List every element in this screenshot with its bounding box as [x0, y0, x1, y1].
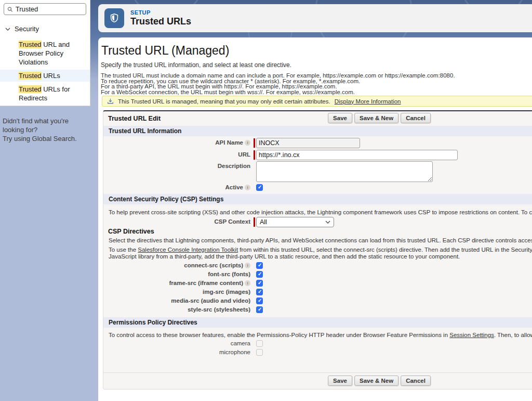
frame-src-label: frame-src (iframe content)	[169, 280, 243, 286]
search-term-highlight: Trusted	[19, 85, 42, 93]
managed-info-icon	[107, 98, 114, 105]
panel-footer: Save Save & New Cancel	[103, 372, 532, 389]
media-src-checkbox[interactable]	[256, 297, 263, 304]
description-label: Description	[218, 163, 250, 169]
active-label: Active	[225, 184, 243, 190]
sidebar-nav-list: Trusted URL and Browser Policy Violation…	[0, 38, 90, 104]
help-info-icon[interactable]	[245, 185, 250, 190]
microphone-checkbox[interactable]	[256, 349, 263, 356]
connect-src-row: connect-src (scripts)	[103, 262, 532, 269]
url-field[interactable]	[256, 150, 458, 160]
section-csp-settings: Content Security Policy (CSP) Settings	[103, 194, 532, 204]
bottom-button-row: Save Save & New Cancel	[328, 376, 431, 386]
csp-directives-intro: Select the directives that Lightning com…	[103, 237, 532, 243]
csp-context-label: CSP Context	[215, 218, 250, 225]
content-title: Trusted URL (Managed)	[101, 44, 532, 57]
save-and-new-button[interactable]: Save & New	[354, 113, 398, 123]
sidebar-item-trusted-urls[interactable]: Trusted URLs	[0, 70, 90, 82]
quick-find-input[interactable]	[16, 5, 83, 13]
img-src-checkbox[interactable]	[256, 289, 263, 295]
setup-page-header: SETUP Trusted URLs	[98, 4, 532, 32]
sidebar-item-trusted-urls-redirects[interactable]: Trusted URLs for Redirects	[0, 83, 90, 104]
font-src-label: font-src (fonts)	[208, 271, 250, 277]
camera-checkbox[interactable]	[256, 340, 263, 347]
console-integration-toolkit-link[interactable]: Salesforce Console Integration Toolkit	[138, 247, 238, 253]
csp-directives-heading: CSP Directives	[103, 228, 532, 235]
required-indicator	[254, 217, 255, 227]
api-name-row: API Name	[103, 138, 532, 148]
media-src-row: media-src (audio and video)	[103, 297, 532, 304]
setup-sidebar: Security Trusted URL and Browser Policy …	[0, 0, 90, 106]
style-src-label: style-src (stylesheets)	[188, 306, 250, 313]
url-label: URL	[238, 151, 250, 158]
quick-find-box[interactable]	[4, 3, 86, 15]
connect-src-label: connect-src (scripts)	[184, 262, 243, 268]
sidebar-section-label: Security	[15, 25, 39, 33]
toolkit-paragraph: To use the Salesforce Console Integratio…	[103, 247, 532, 260]
url-row: URL	[103, 150, 532, 160]
csp-context-select[interactable]: All	[256, 217, 334, 227]
description-field[interactable]	[256, 161, 433, 182]
font-src-row: font-src (fonts)	[103, 271, 532, 278]
sidebar-footer: Didn't find what you're looking for? Try…	[0, 117, 90, 143]
display-more-information-link[interactable]: Display More Information	[335, 98, 401, 105]
section-trusted-url-information: Trusted URL Information	[103, 126, 532, 136]
rule-line: For a third-party API, the URL must begi…	[101, 84, 532, 89]
intro-text: Specify the trusted URL information, and…	[101, 61, 532, 69]
rule-line: For a WebSocket connection, the URL must…	[101, 89, 532, 95]
section-permissions-policy: Permissions Policy Directives	[103, 317, 532, 328]
toolkit-line1: To use the Salesforce Console Integratio…	[109, 247, 532, 253]
search-icon	[7, 6, 13, 12]
session-settings-link[interactable]: Session Settings	[449, 332, 494, 338]
header-text-block: SETUP Trusted URLs	[130, 9, 191, 27]
permissions-intro-text: To control access to these browser featu…	[103, 332, 532, 338]
save-and-new-button[interactable]: Save & New	[354, 376, 398, 386]
search-term-highlight: Trusted	[19, 72, 42, 80]
camera-row: camera	[103, 340, 532, 347]
chevron-down-icon	[5, 28, 10, 31]
save-button[interactable]: Save	[328, 113, 352, 123]
img-src-row: img-src (images)	[103, 289, 532, 295]
managed-info-banner: This Trusted URL is managed, meaning tha…	[102, 96, 532, 107]
style-src-checkbox[interactable]	[256, 306, 263, 313]
help-info-icon[interactable]	[245, 280, 250, 286]
trusted-url-edit-panel: Trusted URL Edit Save Save & New Cancel …	[103, 110, 532, 390]
csp-intro-text: To help prevent cross-site scripting (XS…	[103, 209, 532, 215]
frame-src-row: frame-src (iframe content)	[103, 280, 532, 287]
cancel-button[interactable]: Cancel	[401, 376, 431, 386]
toolkit-line2: JavaScript library from a third-party, a…	[109, 253, 532, 260]
panel-title: Trusted URL Edit	[108, 115, 161, 122]
sidebar-footer-line2: Try using Global Search.	[3, 134, 90, 143]
cancel-button[interactable]: Cancel	[401, 113, 431, 123]
required-indicator	[254, 150, 255, 160]
connect-src-checkbox[interactable]	[256, 262, 263, 269]
help-info-icon[interactable]	[245, 263, 250, 268]
sidebar-item-trusted-url-browser-policy[interactable]: Trusted URL and Browser Policy Violation…	[0, 38, 90, 68]
frame-src-checkbox[interactable]	[256, 280, 263, 287]
main-content-card: Trusted URL (Managed) Specify the truste…	[98, 37, 532, 401]
active-checkbox[interactable]	[256, 184, 263, 191]
trusted-urls-shield-icon	[104, 8, 124, 28]
api-name-field[interactable]	[256, 138, 360, 148]
required-indicator	[254, 138, 255, 148]
select-chevron-icon	[325, 221, 330, 224]
sidebar-item-label: URLs	[42, 72, 60, 80]
url-rules-text: The trusted URL must include a domain na…	[101, 73, 532, 95]
page-title: Trusted URLs	[130, 16, 191, 27]
img-src-label: img-src (images)	[203, 289, 250, 295]
save-button[interactable]: Save	[328, 376, 352, 386]
search-term-highlight: Trusted	[19, 41, 42, 48]
rule-line: The trusted URL must include a domain na…	[101, 73, 532, 79]
csp-context-value: All	[260, 218, 267, 226]
style-src-row: style-src (stylesheets)	[103, 306, 532, 313]
panel-header: Trusted URL Edit Save Save & New Cancel	[103, 111, 532, 126]
microphone-label: microphone	[219, 349, 250, 355]
font-src-checkbox[interactable]	[256, 271, 263, 278]
active-row: Active	[103, 184, 532, 191]
sidebar-section-security[interactable]: Security	[0, 25, 90, 33]
camera-label: camera	[231, 340, 250, 346]
description-row: Description	[103, 161, 532, 182]
media-src-label: media-src (audio and video)	[171, 297, 250, 304]
sidebar-footer-line1: Didn't find what you're looking for?	[3, 117, 90, 134]
help-info-icon[interactable]	[245, 140, 250, 146]
